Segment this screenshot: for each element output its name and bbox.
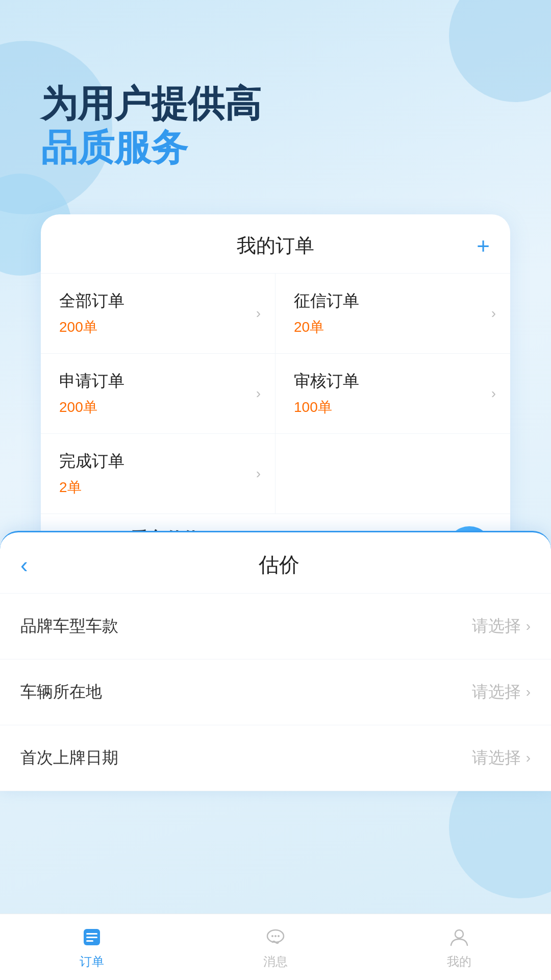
order-cell-done[interactable]: 完成订单 2单 › [41, 434, 276, 513]
svg-point-22 [455, 930, 463, 938]
nav-label-orders: 订单 [80, 953, 104, 970]
order-cell-apply-arrow: › [256, 385, 261, 402]
nav-item-profile[interactable]: 我的 [367, 925, 551, 970]
nav-item-message[interactable]: 消息 [184, 925, 367, 970]
order-cell-review-name: 审核订单 [294, 370, 492, 393]
svg-rect-15 [86, 933, 97, 935]
estimate-row-brand-label: 品牌车型车款 [20, 615, 472, 638]
nav-label-message: 消息 [263, 953, 288, 970]
svg-point-21 [278, 935, 280, 937]
order-cell-all-name: 全部订单 [59, 290, 257, 312]
estimate-row-date-label: 首次上牌日期 [20, 747, 472, 769]
estimate-header: ‹ 估价 [0, 532, 551, 594]
orders-icon [80, 925, 104, 949]
order-cell-credit-name: 征信订单 [294, 290, 492, 312]
svg-rect-16 [86, 937, 97, 938]
order-cell-credit-count: 20单 [294, 317, 492, 337]
svg-point-19 [271, 935, 273, 937]
order-cell-apply-count: 200单 [59, 398, 257, 417]
estimate-row-date[interactable]: 首次上牌日期 请选择 › [0, 725, 551, 791]
estimate-row-date-arrow: › [526, 750, 531, 766]
hero-line2: 品质服务 [41, 126, 261, 169]
nav-label-profile: 我的 [447, 953, 471, 970]
order-cell-done-count: 2单 [59, 478, 257, 497]
estimate-back-button[interactable]: ‹ [20, 552, 28, 578]
order-cell-done-arrow: › [256, 465, 261, 482]
orders-card-header: 我的订单 + [41, 214, 510, 274]
order-cell-all[interactable]: 全部订单 200单 › [41, 274, 276, 354]
hero-text-block: 为用户提供高 品质服务 [41, 82, 261, 170]
estimate-row-date-value: 请选择 [472, 747, 521, 769]
order-cell-credit[interactable]: 征信订单 20单 › [276, 274, 510, 354]
estimate-row-location-arrow: › [526, 684, 531, 700]
order-cell-all-count: 200单 [59, 317, 257, 337]
order-cell-review-arrow: › [491, 385, 496, 402]
nav-item-orders[interactable]: 订单 [0, 925, 184, 970]
blob-top-right [449, 0, 551, 102]
order-cell-empty [276, 434, 510, 513]
estimate-panel: ‹ 估价 品牌车型车款 请选择 › 车辆所在地 请选择 › 首次上牌日期 请选择… [0, 531, 551, 791]
order-cell-apply-name: 申请订单 [59, 370, 257, 393]
order-cell-apply[interactable]: 申请订单 200单 › [41, 354, 276, 434]
order-cell-credit-arrow: › [491, 305, 496, 322]
bottom-nav: 订单 消息 我的 [0, 914, 551, 980]
add-order-button[interactable]: + [477, 233, 490, 259]
order-grid: 全部订单 200单 › 征信订单 20单 › 申请订单 200单 › 审核订单 … [41, 274, 510, 513]
svg-rect-17 [86, 940, 93, 942]
estimate-row-location[interactable]: 车辆所在地 请选择 › [0, 659, 551, 725]
estimate-row-brand-arrow: › [526, 618, 531, 634]
estimate-row-brand-value: 请选择 [472, 615, 521, 638]
estimate-title: 估价 [28, 551, 531, 579]
svg-point-20 [274, 935, 277, 937]
estimate-row-location-value: 请选择 [472, 681, 521, 703]
orders-title: 我的订单 [237, 233, 314, 259]
order-cell-all-arrow: › [256, 305, 261, 322]
order-cell-review[interactable]: 审核订单 100单 › [276, 354, 510, 434]
estimate-row-location-label: 车辆所在地 [20, 681, 472, 703]
orders-card: 我的订单 + 全部订单 200单 › 征信订单 20单 › 申请订单 200单 … [41, 214, 510, 583]
message-icon [263, 925, 288, 949]
profile-icon [447, 925, 471, 949]
order-cell-review-count: 100单 [294, 398, 492, 417]
estimate-row-brand[interactable]: 品牌车型车款 请选择 › [0, 594, 551, 659]
hero-line1: 为用户提供高 [41, 82, 261, 126]
order-cell-done-name: 完成订单 [59, 450, 257, 473]
